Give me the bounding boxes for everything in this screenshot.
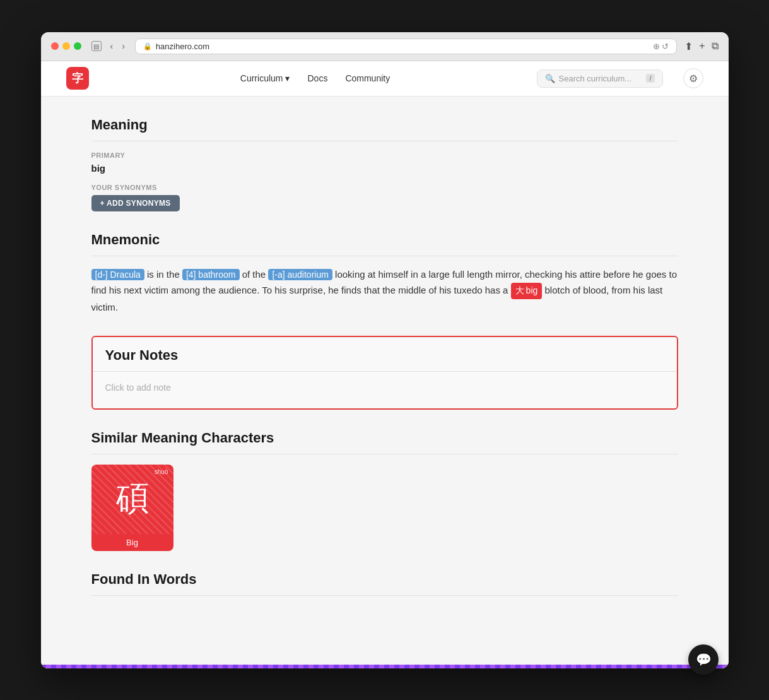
char-card-label: Big <box>91 534 173 551</box>
share-button[interactable]: ⬆ <box>684 40 693 52</box>
char-card-image: shuò 碩 <box>91 465 173 534</box>
primary-label: PRIMARY <box>91 151 678 159</box>
browser-window: ▤ ‹ › 🔒 hanzihero.com ⊕ ↺ ⬆ + ⧉ 字 Curric… <box>41 32 729 668</box>
meaning-title: Meaning <box>91 117 678 141</box>
mnemonic-tag-big: 大 big <box>511 283 543 299</box>
synonyms-label: YOUR SYNONYMS <box>91 184 678 191</box>
user-avatar[interactable]: ⚙ <box>683 68 703 88</box>
found-in-words-title: Found In Words <box>91 571 678 596</box>
char-cards-list: shuò 碩 Big <box>91 465 678 551</box>
translate-icon: ⊕ ↺ <box>653 42 669 51</box>
mnemonic-big-text: big <box>526 283 538 299</box>
navigation: 字 Curriculum ▾ Docs Community 🔍 Search c… <box>41 61 729 97</box>
char-pinyin: shuò <box>155 468 168 475</box>
add-synonyms-button[interactable]: + ADD SYNONYMS <box>91 195 180 211</box>
url-display: hanzihero.com <box>156 42 209 51</box>
mnemonic-text-2: of the <box>242 269 269 280</box>
bottom-progress-bar <box>41 665 729 668</box>
browser-chrome: ▤ ‹ › 🔒 hanzihero.com ⊕ ↺ ⬆ + ⧉ <box>41 32 729 61</box>
chat-button[interactable]: 💬 <box>688 644 719 675</box>
search-icon: 🔍 <box>545 74 555 83</box>
found-in-words-section: Found In Words <box>91 571 678 596</box>
browser-actions: ⬆ + ⧉ <box>684 40 718 52</box>
mnemonic-tag-dracula: [d-] Dracula <box>91 269 144 280</box>
user-icon: ⚙ <box>689 73 698 85</box>
your-notes-body: Click to add note <box>93 372 677 408</box>
forward-button[interactable]: › <box>119 40 127 52</box>
primary-meaning: PRIMARY big <box>91 151 678 174</box>
similar-meaning-title: Similar Meaning Characters <box>91 430 678 454</box>
nav-curriculum[interactable]: Curriculum ▾ <box>240 73 290 83</box>
minimize-button[interactable] <box>62 42 70 50</box>
close-button[interactable] <box>51 42 59 50</box>
security-lock-icon: 🔒 <box>143 42 152 50</box>
tabs-button[interactable]: ⧉ <box>712 40 719 52</box>
traffic-lights <box>51 42 81 50</box>
nav-docs[interactable]: Docs <box>307 73 327 83</box>
mnemonic-text: [d-] Dracula is in the [4] bathroom of t… <box>91 266 678 316</box>
nav-links: Curriculum ▾ Docs Community <box>114 73 517 83</box>
back-button[interactable]: ‹ <box>108 40 116 52</box>
click-to-add-note[interactable]: Click to add note <box>105 383 171 393</box>
char-glyph: 碩 <box>116 477 149 521</box>
char-card[interactable]: shuò 碩 Big <box>91 465 173 551</box>
mnemonic-section: Mnemonic [d-] Dracula is in the [4] bath… <box>91 232 678 316</box>
mnemonic-text-1: is in the <box>147 269 182 280</box>
search-shortcut: / <box>646 74 654 83</box>
similar-meaning-section: Similar Meaning Characters shuò 碩 Big <box>91 430 678 551</box>
nav-community[interactable]: Community <box>345 73 390 83</box>
search-bar[interactable]: 🔍 Search curriculum... / <box>537 69 663 88</box>
mnemonic-char: 大 <box>515 283 524 299</box>
synonyms-section: YOUR SYNONYMS + ADD SYNONYMS <box>91 184 678 211</box>
your-notes-title: Your Notes <box>93 337 677 372</box>
meaning-section: Meaning PRIMARY big YOUR SYNONYMS + ADD … <box>91 117 678 211</box>
mnemonic-tag-bathroom: [4] bathroom <box>182 269 240 280</box>
address-bar[interactable]: 🔒 hanzihero.com ⊕ ↺ <box>135 39 677 54</box>
sidebar-toggle-button[interactable]: ▤ <box>89 40 104 52</box>
primary-value: big <box>91 163 678 174</box>
mnemonic-title: Mnemonic <box>91 232 678 256</box>
site-logo[interactable]: 字 <box>66 67 89 90</box>
chat-icon: 💬 <box>696 652 712 667</box>
mnemonic-tag-auditorium: [-a] auditorium <box>268 269 332 280</box>
maximize-button[interactable] <box>74 42 81 50</box>
page-content: 字 Curriculum ▾ Docs Community 🔍 Search c… <box>41 61 729 668</box>
new-tab-button[interactable]: + <box>699 40 705 52</box>
browser-controls: ▤ ‹ › <box>89 40 127 52</box>
your-notes-section[interactable]: Your Notes Click to add note <box>91 336 678 410</box>
main-content: Meaning PRIMARY big YOUR SYNONYMS + ADD … <box>41 97 729 665</box>
